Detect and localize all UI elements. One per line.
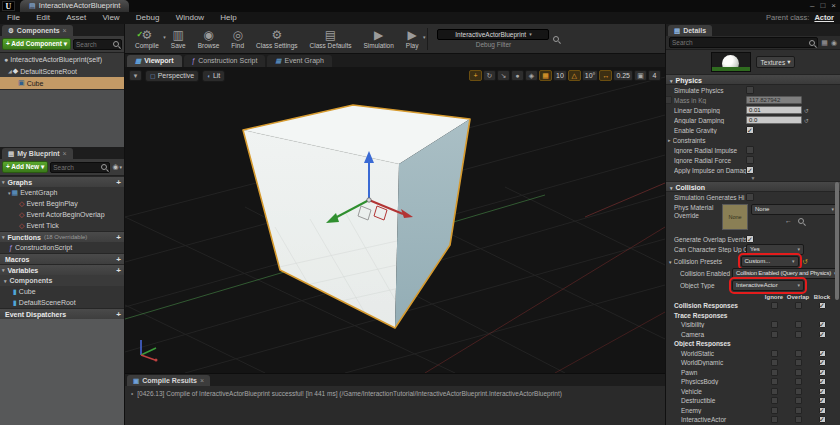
tab-components[interactable]: ⚙ Components × [2, 25, 73, 36]
expand-arrow-icon[interactable]: ▸ [668, 137, 671, 143]
debug-search-icon[interactable] [553, 36, 559, 42]
category-collision[interactable]: ▾Collision [666, 181, 840, 192]
3d-viewport[interactable]: ▾ ▢ Perspective ◐ Lit + ↻ ↘ ● ◈ ▦ 10 △ [125, 67, 665, 373]
ignore-checkbox[interactable] [771, 302, 778, 309]
ignore-checkbox[interactable] [771, 378, 778, 385]
details-scrollbar[interactable] [835, 182, 839, 300]
scale-tool-button[interactable]: ↘ [497, 70, 510, 81]
add-item-icon[interactable]: + [116, 233, 121, 242]
lit-mode-button[interactable]: ◐ Lit [202, 70, 225, 82]
tab-compile-results[interactable]: ▣ Compile Results × [127, 375, 210, 386]
camera-speed-button[interactable]: ▣ [634, 70, 647, 81]
object-type-dropdown[interactable]: InteractiveActor ▾ [732, 280, 804, 291]
component-tree-row[interactable]: ● InteractiveActorBlueprint(self) [0, 53, 124, 65]
scale-snap-button[interactable]: ↔ [599, 70, 612, 81]
overlap-checkbox[interactable] [795, 416, 802, 423]
overlap-checkbox[interactable] [795, 378, 802, 385]
maximize-button[interactable]: □ [820, 1, 825, 11]
editor-tab[interactable]: ▦ Event Graph [267, 55, 331, 67]
overlap-checkbox[interactable] [795, 397, 802, 404]
menu-item[interactable]: Edit [29, 12, 57, 24]
toolbar-button[interactable]: ▥ Save [165, 28, 192, 49]
grid-snap-value[interactable]: 10 [553, 70, 567, 81]
components-search[interactable] [73, 39, 122, 50]
textures-dropdown[interactable]: Textures ▾ [756, 56, 796, 68]
chevron-down-icon[interactable]: ▾ [423, 34, 426, 40]
category-physics[interactable]: ▾Physics [666, 74, 840, 85]
reset-to-default-icon[interactable]: ↺ [803, 258, 808, 266]
add-item-icon[interactable]: + [116, 310, 121, 319]
overlap-checkbox[interactable] [795, 321, 802, 328]
property-matrix-icon[interactable]: ▦ [821, 39, 828, 47]
sim-generates-checkbox[interactable] [746, 193, 754, 201]
grid-snap-button[interactable]: ▦ [539, 70, 552, 81]
view-options-button[interactable]: ◉▾ [112, 163, 122, 171]
my-blueprint-search[interactable] [50, 162, 110, 173]
expand-arrow-icon[interactable]: ▾ [8, 190, 11, 196]
block-checkbox[interactable] [819, 321, 826, 328]
menu-item[interactable]: File [0, 12, 27, 24]
blueprint-window-tab[interactable]: ▤ InteractiveActorBlueprint [20, 0, 129, 12]
block-checkbox[interactable] [819, 369, 826, 376]
menu-item[interactable]: Debug [129, 12, 167, 24]
expand-arrow-icon[interactable]: ◢ [8, 68, 12, 74]
overlap-checkbox[interactable] [795, 302, 802, 309]
menu-item[interactable]: View [95, 12, 126, 24]
tab-my-blueprint[interactable]: ▤ My Blueprint × [2, 148, 73, 159]
my-blueprint-row[interactable]: ▾ Graphs + [0, 176, 124, 187]
collision-enabled-dropdown[interactable]: Collision Enabled (Query and Physics) ▾ [732, 268, 838, 279]
camera-speed-value[interactable]: 4 [648, 70, 661, 81]
scale-snap-value[interactable]: 0.25 [613, 70, 633, 81]
reset-icon[interactable]: ↺ [804, 117, 809, 124]
block-checkbox[interactable] [819, 350, 826, 357]
component-tree-row[interactable]: ▣ Cube [0, 77, 124, 89]
ignore-checkbox[interactable] [771, 416, 778, 423]
minimize-button[interactable]: – [810, 1, 814, 11]
property-value-field[interactable]: 117.827942 [746, 96, 802, 104]
viewport-options-button[interactable]: ▾ [129, 70, 142, 81]
my-blueprint-row[interactable]: ƒ ConstructionScript [0, 242, 124, 253]
rotation-snap-button[interactable]: △ [568, 70, 581, 81]
close-tab-icon[interactable]: × [63, 148, 67, 159]
overlap-checkbox[interactable] [795, 359, 802, 366]
add-component-button[interactable]: + Add Component ▾ [2, 38, 71, 50]
debug-object-dropdown[interactable]: InteractiveActorBlueprint ▾ [437, 29, 549, 40]
expand-arrow-icon[interactable]: ▾ [2, 179, 5, 185]
move-tool-button[interactable]: + [469, 70, 482, 81]
property-checkbox[interactable] [746, 146, 754, 154]
collapse-arrow-icon[interactable]: ▾ [669, 259, 672, 265]
block-checkbox[interactable] [819, 359, 826, 366]
rotate-tool-button[interactable]: ↻ [483, 70, 496, 81]
block-checkbox[interactable] [819, 416, 826, 423]
close-tab-icon[interactable]: × [63, 25, 67, 36]
use-selected-arrow-icon[interactable]: ← [785, 217, 792, 224]
ignore-checkbox[interactable] [771, 388, 778, 395]
my-blueprint-row[interactable]: ▮ Cube [0, 286, 124, 297]
add-item-icon[interactable]: + [116, 266, 121, 275]
ignore-checkbox[interactable] [771, 321, 778, 328]
block-checkbox[interactable] [819, 407, 826, 414]
block-checkbox[interactable] [819, 397, 826, 404]
generate-overlap-checkbox[interactable] [746, 235, 754, 243]
perspective-button[interactable]: ▢ Perspective [145, 70, 199, 82]
toolbar-button[interactable]: ◉ Browse [192, 28, 226, 49]
ignore-checkbox[interactable] [771, 407, 778, 414]
overlap-checkbox[interactable] [795, 369, 802, 376]
world-space-button[interactable]: ● [511, 70, 524, 81]
can-step-up-dropdown[interactable]: Yes ▾ [746, 244, 804, 255]
toolbar-button[interactable]: ⚙ Compile ▾ [129, 28, 165, 49]
close-tab-icon[interactable]: × [200, 375, 204, 386]
menu-item[interactable]: Window [169, 12, 211, 24]
view-options-eye-icon[interactable]: ◉ [831, 39, 837, 47]
my-blueprint-search-input[interactable] [53, 164, 101, 171]
override-checkbox[interactable] [665, 96, 672, 104]
property-checkbox[interactable] [746, 126, 754, 134]
browse-to-asset-icon[interactable] [798, 218, 804, 224]
my-blueprint-row[interactable]: ▾ ▦ EventGraph [0, 187, 124, 198]
rotation-snap-value[interactable]: 10° [582, 70, 599, 81]
my-blueprint-row[interactable]: ▾ Components [0, 275, 124, 286]
toolbar-button[interactable]: ◎ Find [225, 28, 250, 49]
menu-item[interactable]: Asset [59, 12, 93, 24]
add-item-icon[interactable]: + [116, 178, 121, 187]
menu-item[interactable]: Help [213, 12, 243, 24]
